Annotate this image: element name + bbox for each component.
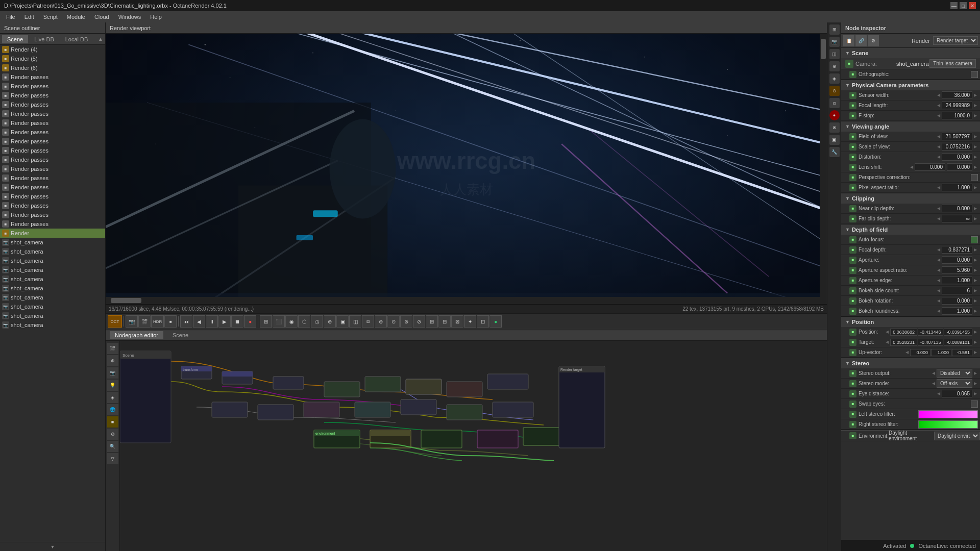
strip-btn-6[interactable]: ⊙	[829, 86, 840, 96]
strip-btn-render[interactable]: ●	[829, 110, 840, 120]
up-z[interactable]: -0.581	[952, 349, 972, 356]
lens-shift-right[interactable]: ▶	[973, 165, 978, 169]
fov-right[interactable]: ▶	[973, 134, 978, 139]
ape-left[interactable]: ◀	[936, 278, 941, 283]
fov-left[interactable]: ◀	[936, 134, 941, 139]
menu-windows[interactable]: Windows	[114, 13, 145, 21]
fstop-right-arrow[interactable]: ▶	[973, 113, 978, 118]
fstop-left-arrow[interactable]: ◀	[936, 113, 941, 118]
position-header[interactable]: ▼ Position	[841, 317, 980, 327]
viewport-btn7[interactable]: ▣	[336, 315, 349, 328]
tab-live-db[interactable]: Live DB	[29, 35, 59, 43]
sensor-left-arrow[interactable]: ◀	[936, 93, 941, 97]
pos-right[interactable]: ▶	[973, 330, 978, 334]
distortion-value[interactable]: 0.000	[942, 153, 972, 161]
camera-type-button[interactable]: Thin lens camera	[929, 59, 976, 68]
fov-value[interactable]: 71.507797	[942, 133, 972, 140]
env-type-dropdown[interactable]: Daylight environment	[934, 432, 980, 440]
octane-indicator-button[interactable]: OCT	[108, 315, 122, 328]
strip-btn-7[interactable]: ⧈	[829, 98, 840, 108]
eye-dist-value[interactable]: 0.065	[942, 390, 972, 397]
bokeh-side-value[interactable]: 6	[942, 287, 972, 294]
ng-sidebar-camera[interactable]: 📷	[107, 367, 118, 379]
inspector-btn-2[interactable]: 🔗	[855, 35, 867, 46]
swap-checkbox[interactable]	[971, 400, 978, 408]
distortion-right[interactable]: ▶	[973, 155, 978, 159]
bs-left[interactable]: ◀	[936, 288, 941, 293]
ng-sidebar-filter[interactable]: ▽	[107, 453, 118, 464]
render-target-dropdown[interactable]: Render target	[933, 36, 978, 45]
physical-camera-header[interactable]: ▼ Physical Camera parameters	[841, 80, 980, 90]
strip-btn-1[interactable]: ⊞	[829, 24, 840, 35]
nodegraph-content[interactable]: 🎬 ⊕ 📷 💡 ◈ 🌐 ■ ⚙ 🔍 ▽	[106, 341, 827, 551]
list-item[interactable]: ■ Render passes	[0, 128, 105, 137]
apa-right[interactable]: ▶	[973, 268, 978, 272]
camera-button[interactable]: 📷	[126, 315, 138, 328]
bro-right[interactable]: ▶	[973, 309, 978, 313]
near-clip-value[interactable]: 0.000	[942, 205, 972, 212]
fd-right[interactable]: ▶	[973, 247, 978, 252]
target-y[interactable]: -0.407135	[918, 339, 944, 346]
focal-right-arrow[interactable]: ▶	[973, 103, 978, 108]
prev-frame-button[interactable]: ◀	[193, 315, 205, 328]
ng-sidebar-material[interactable]: ◈	[107, 392, 118, 403]
sensor-right-arrow[interactable]: ▶	[973, 93, 978, 97]
sov-right[interactable]: ▶	[973, 144, 978, 149]
far-right[interactable]: ▶	[973, 216, 978, 221]
skip-back-button[interactable]: ⏮	[180, 315, 192, 328]
list-item[interactable]: 📷 shot_camera	[0, 274, 105, 284]
list-item[interactable]: 📷 shot_camera	[0, 311, 105, 320]
bokeh-round-value[interactable]: 1.000	[942, 307, 972, 315]
stereo-header[interactable]: ▼ Stereo	[841, 358, 980, 368]
menu-module[interactable]: Module	[63, 13, 89, 21]
far-clip-value[interactable]: ∞	[942, 215, 972, 222]
pixel-aspect-value[interactable]: 1.000	[942, 184, 972, 191]
sov-value[interactable]: 0.0752216	[942, 143, 972, 151]
list-item-render-selected[interactable]: ■ Render	[0, 229, 105, 238]
play-pause-button[interactable]: ⏸	[206, 315, 218, 328]
ng-canvas[interactable]: Scene transform	[120, 341, 827, 551]
perspective-checkbox[interactable]	[971, 174, 978, 181]
hdr-button[interactable]: HDR	[151, 315, 164, 328]
strip-btn-10[interactable]: 🔧	[829, 147, 840, 157]
up-x[interactable]: 0.000	[910, 349, 930, 356]
stereo-output-dropdown[interactable]: Disabled	[937, 369, 972, 378]
viewport-btn5[interactable]: ◷	[311, 315, 323, 328]
list-item[interactable]: 📷 shot_camera	[0, 238, 105, 247]
sm-left[interactable]: ◀	[931, 381, 936, 386]
menu-script[interactable]: Script	[39, 13, 62, 21]
hdr2-button[interactable]: ■	[164, 315, 177, 328]
ng-sidebar-scene[interactable]: 🎬	[107, 343, 118, 354]
ap-left[interactable]: ◀	[936, 258, 941, 262]
pos-x[interactable]: 0.0638682	[890, 329, 917, 336]
autofocus-checkbox[interactable]	[971, 236, 978, 243]
outliner-scroll-up[interactable]: ▲	[98, 36, 103, 42]
list-item[interactable]: 📷 shot_camera	[0, 293, 105, 302]
tgt-left[interactable]: ◀	[885, 340, 890, 344]
clipping-header[interactable]: ▼ Clipping	[841, 193, 980, 204]
ng-sidebar-search[interactable]: 🔍	[107, 441, 118, 452]
dof-header[interactable]: ▼ Depth of field	[841, 224, 980, 235]
viewport-btn8[interactable]: ◫	[349, 315, 361, 328]
viewport-btn2[interactable]: ⬛	[273, 315, 285, 328]
bs-right[interactable]: ▶	[973, 288, 978, 293]
viewing-angle-header[interactable]: ▼ Viewing angle	[841, 121, 980, 132]
viewport-btn13[interactable]: ⊘	[413, 315, 425, 328]
strip-btn-8[interactable]: ⊗	[829, 122, 840, 133]
viewport-btn19[interactable]: ●	[489, 315, 502, 328]
aperture-value[interactable]: 0.000	[942, 256, 972, 264]
list-item[interactable]: ■ Render passes	[0, 173, 105, 183]
bokeh-rot-value[interactable]: 0.000	[942, 297, 972, 305]
viewport-btn3[interactable]: ◉	[285, 315, 298, 328]
viewport-btn12[interactable]: ⊗	[400, 315, 412, 328]
list-item[interactable]: ■ Render passes	[0, 155, 105, 164]
list-item[interactable]: ■ Render passes	[0, 72, 105, 82]
target-x[interactable]: 0.0528231	[890, 339, 917, 346]
lens-shift-val1[interactable]: 0.000	[915, 163, 945, 171]
list-item[interactable]: ■ Render (6)	[0, 63, 105, 72]
ng-sidebar-light[interactable]: 💡	[107, 380, 118, 391]
viewport-scrollbar[interactable]	[821, 39, 826, 59]
viewport-btn10[interactable]: ⊛	[375, 315, 387, 328]
so-right[interactable]: ▶	[973, 371, 978, 375]
list-item[interactable]: ■ Render passes	[0, 137, 105, 146]
